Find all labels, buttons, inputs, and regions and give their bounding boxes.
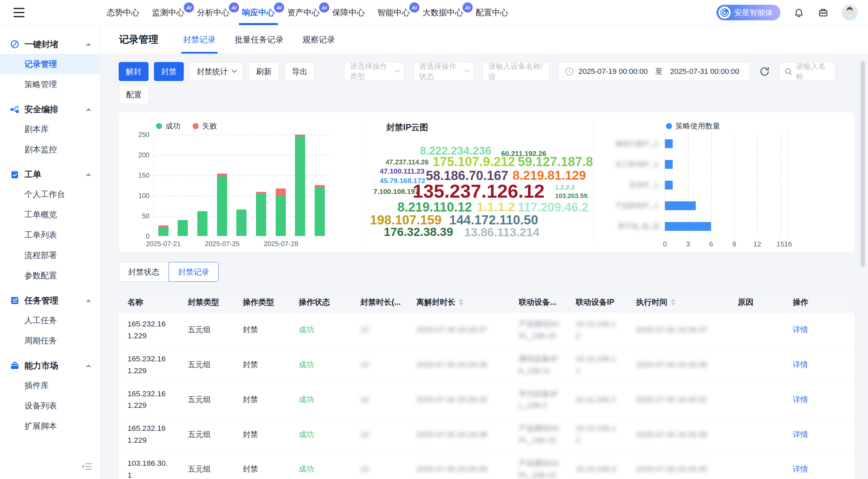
nav-item-7[interactable]: 智能中心AI — [377, 0, 410, 25]
sidebar-item-插件库[interactable]: 插件库 — [0, 375, 100, 396]
policy-bar[interactable] — [665, 201, 696, 210]
op-type-select[interactable]: 请选择操作类型 — [344, 62, 405, 81]
date-range-picker[interactable]: 2025-07-19 00:00:00 至 2025-07-31 00:00:0… — [558, 62, 750, 81]
nav-item-4[interactable]: 响应中心AI — [242, 0, 275, 25]
bar-9[interactable] — [315, 185, 325, 236]
search-icon — [784, 67, 792, 76]
sidebar-item-剧本监控[interactable]: 剧本监控 — [0, 139, 100, 160]
unban-button[interactable]: 解封 — [119, 62, 149, 81]
bar-5[interactable] — [236, 209, 246, 236]
column-label: 封禁类型 — [188, 297, 219, 307]
detail-link[interactable]: 详情 — [784, 354, 854, 376]
bar-4[interactable] — [217, 174, 227, 236]
sidebar-item-记录管理[interactable]: 记录管理 — [0, 54, 100, 74]
y-tick-label: 250 — [138, 131, 150, 139]
policy-bar[interactable] — [665, 139, 673, 148]
success-segment — [236, 209, 246, 236]
policy-legend: 策略使用数量 — [666, 121, 854, 131]
bar-3[interactable] — [197, 211, 208, 236]
sidebar-group-header-2[interactable]: 安全编排 — [0, 99, 100, 119]
sidebar-item-人工任务[interactable]: 人工任务 — [0, 310, 100, 331]
bell-icon[interactable] — [793, 6, 805, 19]
legend-success[interactable]: 成功 — [156, 121, 180, 131]
chevron-down-icon — [232, 67, 237, 73]
avatar[interactable] — [842, 4, 858, 21]
sidebar-item-参数配置[interactable]: 参数配置 — [0, 265, 100, 286]
tab-1[interactable]: 封禁记录 — [183, 25, 216, 54]
cell-7: 产品测试S3 PL_236-15 — [510, 452, 567, 479]
sidebar-group-header-3[interactable]: 工单 — [0, 164, 100, 184]
nav-item-8[interactable]: 大数据中心AI — [422, 0, 463, 25]
config-button[interactable]: 配置 — [119, 85, 149, 104]
subtab-2[interactable]: 封禁记录 — [169, 262, 219, 282]
date-start: 2025-07-19 00:00:00 — [578, 67, 648, 76]
sidebar-group-header-1[interactable]: 一键封堵 — [0, 34, 100, 54]
nav-item-6[interactable]: 保障中心 — [332, 0, 365, 25]
bar-7[interactable] — [276, 188, 286, 236]
nav-item-2[interactable]: 监测中心AI — [152, 0, 184, 25]
refresh-button[interactable]: 刷新 — [249, 62, 279, 81]
policy-bar[interactable] — [665, 181, 673, 189]
assistant-button[interactable]: 安星智能体 — [716, 5, 781, 20]
nav-item-1[interactable]: 态势中心 — [107, 0, 139, 25]
bar-6[interactable] — [256, 192, 266, 236]
detail-link[interactable]: 详情 — [784, 319, 854, 341]
sort-icon[interactable] — [671, 299, 675, 305]
policy-bar[interactable] — [665, 222, 711, 231]
column-header-9[interactable]: 执行时间 — [627, 297, 729, 307]
sidebar-item-设备列表[interactable]: 设备列表 — [0, 396, 100, 416]
ban-button[interactable]: 封禁 — [154, 62, 184, 81]
toolbox-icon[interactable] — [817, 6, 829, 19]
success-segment — [256, 193, 266, 236]
cell-4: 成功 — [290, 319, 352, 341]
policy-bar[interactable] — [665, 160, 673, 169]
vertical-scrollbar[interactable] — [861, 61, 865, 267]
sidebar-item-剧本库[interactable]: 剧本库 — [0, 119, 100, 139]
header-divider — [171, 35, 171, 45]
sidebar-group-header-4[interactable]: 任务管理 — [0, 291, 100, 310]
nav-item-3[interactable]: 分析中心AI — [197, 0, 230, 25]
cell-3: 封禁 — [234, 354, 290, 376]
ban-stats-button[interactable]: 封禁统计 — [189, 62, 243, 81]
legend-policy[interactable]: 策略使用数量 — [666, 121, 720, 131]
nav-item-5[interactable]: 资产中心AI — [287, 0, 320, 25]
bar-8[interactable] — [295, 135, 305, 236]
name-search-input[interactable]: 请输入名称 — [779, 62, 835, 81]
op-status-select[interactable]: 请选择操作状态 — [413, 62, 474, 81]
sidebar-item-扩展脚本[interactable]: 扩展脚本 — [0, 416, 100, 436]
sidebar-collapse-icon[interactable] — [81, 461, 93, 474]
sidebar-item-个人工作台[interactable]: 个人工作台 — [0, 184, 100, 204]
legend-fail[interactable]: 失败 — [193, 121, 217, 131]
sidebar-group-header-5[interactable]: 能力市场 — [0, 356, 100, 375]
sidebar-item-工单列表[interactable]: 工单列表 — [0, 225, 100, 245]
sidebar-item-流程部署[interactable]: 流程部署 — [0, 245, 100, 265]
cell-9: 2025-07-30 16:26:32 — [627, 388, 729, 411]
bar-2[interactable] — [178, 220, 188, 236]
menu-icon[interactable] — [14, 8, 24, 17]
tab-2[interactable]: 批量任务记录 — [235, 25, 283, 54]
page-tabs: 封禁记录批量任务记录观察记录 — [183, 25, 335, 54]
export-button[interactable]: 导出 — [284, 62, 315, 81]
sidebar-item-周期任务[interactable]: 周期任务 — [0, 331, 100, 351]
cell-10 — [729, 360, 784, 371]
column-label: 名称 — [127, 297, 143, 307]
tab-3[interactable]: 观察记录 — [302, 25, 335, 54]
device-input[interactable]: 请输入设备名称/设 — [482, 62, 550, 81]
sidebar-group-5: 能力市场插件库设备列表扩展脚本 — [0, 356, 100, 436]
subtab-1[interactable]: 封禁状态 — [119, 262, 169, 282]
sort-icon[interactable] — [459, 299, 463, 305]
detail-link[interactable]: 详情 — [784, 458, 854, 479]
sidebar-item-工单概览[interactable]: 工单概览 — [0, 204, 100, 225]
cell-3: 封禁 — [234, 458, 290, 479]
bar-1[interactable] — [158, 225, 169, 236]
table-body: 165.232.161.229五元组封禁成功102025-07-30 20:26… — [119, 313, 854, 479]
search-placeholder: 请输入名称 — [796, 61, 830, 82]
detail-link[interactable]: 详情 — [784, 423, 854, 446]
wordcloud-title: 封禁IP云图 — [386, 122, 594, 133]
sidebar-item-策略管理[interactable]: 策略管理 — [0, 74, 100, 95]
policy-usage-plot: 0369121516修改大蓝IP_上头三联动IP_上安信IP_上产品联动IP_上… — [665, 133, 810, 237]
reload-icon[interactable] — [759, 66, 770, 77]
column-header-6[interactable]: 离解封时长 — [408, 297, 510, 307]
detail-link[interactable]: 详情 — [784, 388, 854, 411]
nav-item-9[interactable]: 配置中心 — [476, 0, 508, 25]
